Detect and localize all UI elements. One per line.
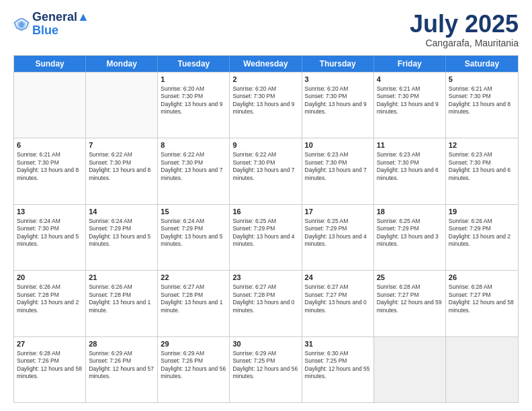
day-cell-8: 8Sunrise: 6:22 AMSunset: 7:30 PMDaylight… <box>158 138 230 203</box>
day-number: 12 <box>449 140 515 150</box>
day-number: 20 <box>17 273 83 282</box>
day-cell-20: 20Sunrise: 6:26 AMSunset: 7:28 PMDayligh… <box>14 271 86 336</box>
location: Cangarafa, Mauritania <box>410 38 519 48</box>
week-row-1: 1Sunrise: 6:20 AMSunset: 7:30 PMDaylight… <box>14 72 518 138</box>
cell-info: Sunrise: 6:26 AMSunset: 7:29 PMDaylight:… <box>449 218 515 248</box>
cell-info: Sunrise: 6:25 AMSunset: 7:29 PMDaylight:… <box>305 218 371 248</box>
day-number: 26 <box>449 273 515 282</box>
day-number: 13 <box>17 207 83 216</box>
cell-info: Sunrise: 6:23 AMSunset: 7:30 PMDaylight:… <box>305 151 371 182</box>
day-cell-5: 5Sunrise: 6:21 AMSunset: 7:30 PMDaylight… <box>446 73 518 138</box>
cell-info: Sunrise: 6:24 AMSunset: 7:30 PMDaylight:… <box>17 218 83 248</box>
header-day-tuesday: Tuesday <box>158 56 230 72</box>
empty-cell <box>14 73 86 138</box>
empty-cell <box>86 73 158 138</box>
day-number: 28 <box>89 339 154 349</box>
cell-info: Sunrise: 6:25 AMSunset: 7:29 PMDaylight:… <box>377 218 443 248</box>
day-number: 5 <box>449 75 515 84</box>
calendar: SundayMondayTuesdayWednesdayThursdayFrid… <box>13 55 519 403</box>
day-cell-30: 30Sunrise: 6:29 AMSunset: 7:25 PMDayligh… <box>230 337 302 402</box>
cell-info: Sunrise: 6:25 AMSunset: 7:29 PMDaylight:… <box>232 218 298 248</box>
day-number: 27 <box>17 339 83 349</box>
day-cell-12: 12Sunrise: 6:23 AMSunset: 7:30 PMDayligh… <box>446 138 518 203</box>
cell-info: Sunrise: 6:28 AMSunset: 7:27 PMDaylight:… <box>449 283 515 314</box>
day-cell-3: 3Sunrise: 6:20 AMSunset: 7:30 PMDaylight… <box>302 73 374 138</box>
day-number: 11 <box>377 140 443 150</box>
header-day-friday: Friday <box>374 56 446 72</box>
day-number: 29 <box>161 339 226 349</box>
day-cell-10: 10Sunrise: 6:23 AMSunset: 7:30 PMDayligh… <box>302 138 374 203</box>
month-title: July 2025 <box>410 11 519 38</box>
day-number: 17 <box>305 207 371 216</box>
header-day-monday: Monday <box>86 56 158 72</box>
cell-info: Sunrise: 6:20 AMSunset: 7:30 PMDaylight:… <box>232 85 298 116</box>
day-number: 6 <box>17 140 83 150</box>
cell-info: Sunrise: 6:24 AMSunset: 7:29 PMDaylight:… <box>161 218 226 248</box>
cell-info: Sunrise: 6:21 AMSunset: 7:30 PMDaylight:… <box>377 85 443 116</box>
day-number: 23 <box>232 273 298 282</box>
header-day-saturday: Saturday <box>446 56 518 72</box>
day-number: 3 <box>305 75 371 84</box>
day-number: 19 <box>449 207 515 216</box>
cell-info: Sunrise: 6:26 AMSunset: 7:28 PMDaylight:… <box>89 283 154 314</box>
day-number: 15 <box>161 207 226 216</box>
day-number: 14 <box>89 207 154 216</box>
day-number: 25 <box>377 273 443 282</box>
day-cell-16: 16Sunrise: 6:25 AMSunset: 7:29 PMDayligh… <box>230 205 302 270</box>
day-cell-15: 15Sunrise: 6:24 AMSunset: 7:29 PMDayligh… <box>158 205 230 270</box>
cell-info: Sunrise: 6:27 AMSunset: 7:27 PMDaylight:… <box>305 283 371 314</box>
day-cell-4: 4Sunrise: 6:21 AMSunset: 7:30 PMDaylight… <box>374 73 446 138</box>
cell-info: Sunrise: 6:23 AMSunset: 7:30 PMDaylight:… <box>449 151 515 182</box>
cell-info: Sunrise: 6:21 AMSunset: 7:30 PMDaylight:… <box>17 151 83 182</box>
cell-info: Sunrise: 6:28 AMSunset: 7:26 PMDaylight:… <box>17 350 83 381</box>
day-cell-1: 1Sunrise: 6:20 AMSunset: 7:30 PMDaylight… <box>158 73 230 138</box>
day-number: 10 <box>305 140 371 150</box>
day-number: 31 <box>305 339 371 349</box>
day-cell-7: 7Sunrise: 6:22 AMSunset: 7:30 PMDaylight… <box>86 138 158 203</box>
week-row-4: 20Sunrise: 6:26 AMSunset: 7:28 PMDayligh… <box>14 270 518 336</box>
cell-info: Sunrise: 6:22 AMSunset: 7:30 PMDaylight:… <box>232 151 298 182</box>
day-number: 18 <box>377 207 443 216</box>
cell-info: Sunrise: 6:24 AMSunset: 7:29 PMDaylight:… <box>89 218 154 248</box>
day-number: 21 <box>89 273 154 282</box>
cell-info: Sunrise: 6:22 AMSunset: 7:30 PMDaylight:… <box>89 151 154 182</box>
cell-info: Sunrise: 6:29 AMSunset: 7:26 PMDaylight:… <box>89 350 154 381</box>
header-day-wednesday: Wednesday <box>230 56 302 72</box>
header-day-thursday: Thursday <box>302 56 374 72</box>
day-number: 24 <box>305 273 371 282</box>
day-cell-29: 29Sunrise: 6:29 AMSunset: 7:26 PMDayligh… <box>158 337 230 402</box>
day-number: 30 <box>232 339 298 349</box>
day-cell-17: 17Sunrise: 6:25 AMSunset: 7:29 PMDayligh… <box>302 205 374 270</box>
day-cell-18: 18Sunrise: 6:25 AMSunset: 7:29 PMDayligh… <box>374 205 446 270</box>
header-day-sunday: Sunday <box>14 56 86 72</box>
day-number: 22 <box>161 273 226 282</box>
day-number: 7 <box>89 140 154 150</box>
calendar-header: SundayMondayTuesdayWednesdayThursdayFrid… <box>14 56 518 72</box>
day-cell-2: 2Sunrise: 6:20 AMSunset: 7:30 PMDaylight… <box>230 73 302 138</box>
day-cell-9: 9Sunrise: 6:22 AMSunset: 7:30 PMDaylight… <box>230 138 302 203</box>
day-cell-6: 6Sunrise: 6:21 AMSunset: 7:30 PMDaylight… <box>14 138 86 203</box>
cell-info: Sunrise: 6:23 AMSunset: 7:30 PMDaylight:… <box>377 151 443 182</box>
cell-info: Sunrise: 6:28 AMSunset: 7:27 PMDaylight:… <box>377 283 443 314</box>
logo-icon <box>13 16 30 32</box>
day-cell-26: 26Sunrise: 6:28 AMSunset: 7:27 PMDayligh… <box>446 271 518 336</box>
cell-info: Sunrise: 6:22 AMSunset: 7:30 PMDaylight:… <box>161 151 226 182</box>
day-cell-11: 11Sunrise: 6:23 AMSunset: 7:30 PMDayligh… <box>374 138 446 203</box>
cell-info: Sunrise: 6:26 AMSunset: 7:28 PMDaylight:… <box>17 283 83 314</box>
day-cell-28: 28Sunrise: 6:29 AMSunset: 7:26 PMDayligh… <box>86 337 158 402</box>
day-cell-24: 24Sunrise: 6:27 AMSunset: 7:27 PMDayligh… <box>302 271 374 336</box>
empty-cell <box>374 337 446 402</box>
cell-info: Sunrise: 6:30 AMSunset: 7:25 PMDaylight:… <box>305 350 371 381</box>
day-cell-19: 19Sunrise: 6:26 AMSunset: 7:29 PMDayligh… <box>446 205 518 270</box>
week-row-5: 27Sunrise: 6:28 AMSunset: 7:26 PMDayligh… <box>14 336 518 402</box>
day-cell-14: 14Sunrise: 6:24 AMSunset: 7:29 PMDayligh… <box>86 205 158 270</box>
calendar-body: 1Sunrise: 6:20 AMSunset: 7:30 PMDaylight… <box>14 72 518 402</box>
day-number: 16 <box>232 207 298 216</box>
day-number: 4 <box>377 75 443 84</box>
day-number: 2 <box>232 75 298 84</box>
cell-info: Sunrise: 6:29 AMSunset: 7:26 PMDaylight:… <box>161 350 226 381</box>
day-cell-27: 27Sunrise: 6:28 AMSunset: 7:26 PMDayligh… <box>14 337 86 402</box>
day-number: 8 <box>161 140 226 150</box>
day-cell-25: 25Sunrise: 6:28 AMSunset: 7:27 PMDayligh… <box>374 271 446 336</box>
cell-info: Sunrise: 6:20 AMSunset: 7:30 PMDaylight:… <box>161 85 226 116</box>
